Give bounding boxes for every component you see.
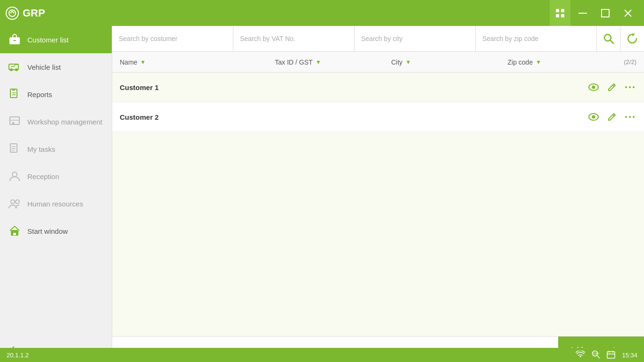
sidebar-label-reception: Reception — [27, 173, 59, 181]
table-body: Customer 1 — [112, 73, 644, 336]
svg-point-37 — [633, 86, 635, 88]
sidebar-item-human-resources[interactable]: Human resources — [0, 190, 112, 217]
search-by-zip-input[interactable] — [476, 26, 597, 51]
home-icon — [8, 224, 22, 238]
col-city-header[interactable]: City ▼ — [391, 58, 508, 66]
svg-rect-47 — [607, 352, 615, 358]
refresh-button[interactable] — [620, 26, 644, 51]
svg-point-42 — [629, 116, 631, 118]
maximize-button[interactable] — [595, 0, 616, 26]
svg-point-27 — [16, 200, 19, 204]
reports-icon — [8, 87, 22, 101]
search-bar — [112, 26, 644, 52]
main-layout: Customer list Vehicle list — [0, 26, 644, 362]
footer-bar: 20.1.1.2 100% 15:34 — [0, 348, 644, 362]
svg-line-40 — [612, 115, 614, 116]
sidebar-label-vehicle-list: Vehicle list — [27, 63, 61, 71]
table-row: Customer 2 — [112, 102, 644, 132]
edit-button[interactable] — [605, 110, 619, 123]
vehicle-icon — [8, 60, 22, 74]
svg-rect-2 — [561, 9, 564, 12]
sidebar-item-start-window[interactable]: Start window — [0, 217, 112, 245]
name-sort-icon: ▼ — [140, 59, 146, 66]
sidebar-label-my-tasks: My tasks — [27, 145, 55, 153]
topbar-controls — [550, 0, 638, 26]
briefcase-icon — [8, 33, 22, 47]
svg-rect-21 — [10, 144, 17, 152]
city-sort-icon: ▼ — [405, 59, 411, 66]
svg-line-45 — [597, 355, 600, 358]
version-label: 20.1.1.2 — [7, 352, 29, 359]
customer-name: Customer 1 — [120, 83, 586, 91]
table-row: Customer 1 — [112, 73, 644, 102]
edit-button[interactable] — [605, 81, 619, 94]
search-by-city-input[interactable] — [355, 26, 476, 51]
sidebar-item-reception[interactable]: Reception — [0, 163, 112, 190]
topbar: GRP — [0, 0, 644, 26]
svg-point-35 — [625, 86, 627, 88]
more-button[interactable] — [623, 114, 636, 120]
svg-rect-10 — [13, 40, 16, 41]
sidebar-item-workshop[interactable]: Workshop management — [0, 108, 112, 135]
svg-rect-4 — [561, 14, 564, 17]
app-logo: GRP — [6, 7, 45, 20]
row-actions — [586, 80, 636, 94]
calendar-icon — [607, 350, 615, 360]
svg-rect-5 — [578, 13, 587, 14]
tasks-icon — [8, 142, 22, 156]
logo-icon — [6, 7, 19, 20]
svg-rect-18 — [10, 117, 19, 124]
svg-point-39 — [592, 115, 595, 119]
close-button[interactable] — [618, 0, 638, 26]
svg-point-25 — [12, 172, 17, 177]
svg-line-34 — [612, 85, 614, 87]
workshop-icon — [8, 115, 22, 129]
search-by-vat-input[interactable] — [233, 26, 355, 51]
customer-name: Customer 2 — [120, 113, 586, 121]
sidebar-label-workshop: Workshop management — [27, 118, 102, 126]
view-button[interactable] — [586, 80, 601, 94]
svg-rect-6 — [602, 9, 609, 17]
svg-point-13 — [15, 68, 18, 71]
more-button[interactable] — [623, 84, 636, 90]
view-button[interactable] — [586, 110, 601, 124]
time-label: 15:34 — [622, 352, 637, 359]
col-name-header[interactable]: Name ▼ — [120, 58, 275, 66]
col-tax-header[interactable]: Tax ID / GST ▼ — [275, 58, 391, 66]
svg-rect-3 — [556, 14, 559, 17]
svg-line-31 — [610, 41, 613, 44]
sidebar-label-reports: Reports — [27, 90, 52, 99]
sidebar-item-my-tasks[interactable]: My tasks — [0, 135, 112, 163]
footer-right: 100% 15:34 — [576, 350, 637, 360]
svg-point-26 — [11, 200, 15, 204]
main-content: Name ▼ Tax ID / GST ▼ City ▼ Zip code ▼ … — [112, 26, 644, 362]
search-by-customer-input[interactable] — [112, 26, 233, 51]
human-resources-icon — [8, 197, 22, 211]
zoom-icon: 100% — [592, 350, 600, 360]
grid-button[interactable] — [550, 0, 570, 26]
reception-icon — [8, 169, 22, 183]
svg-rect-1 — [556, 9, 559, 12]
row-actions — [586, 110, 636, 124]
svg-text:100%: 100% — [593, 352, 599, 355]
svg-rect-20 — [12, 122, 14, 124]
sidebar-item-customer-list[interactable]: Customer list — [0, 26, 112, 53]
col-zip-header[interactable]: Zip code ▼ — [508, 58, 624, 66]
svg-rect-15 — [12, 89, 15, 90]
svg-rect-29 — [13, 233, 16, 235]
sidebar: Customer list Vehicle list — [0, 26, 112, 362]
sidebar-label-start-window: Start window — [27, 227, 68, 235]
record-count: (2/2) — [624, 58, 636, 66]
svg-point-36 — [629, 86, 631, 88]
search-button[interactable] — [597, 26, 620, 51]
svg-point-41 — [625, 116, 627, 118]
minimize-button[interactable] — [572, 0, 593, 26]
sidebar-item-vehicle-list[interactable]: Vehicle list — [0, 53, 112, 81]
tax-sort-icon: ▼ — [315, 59, 321, 66]
zip-sort-icon: ▼ — [536, 59, 541, 66]
sidebar-item-reports[interactable]: Reports — [0, 81, 112, 108]
svg-point-43 — [633, 116, 635, 118]
sidebar-label-customer-list: Customer list — [27, 36, 69, 44]
svg-point-33 — [592, 86, 595, 89]
svg-point-12 — [10, 68, 13, 71]
